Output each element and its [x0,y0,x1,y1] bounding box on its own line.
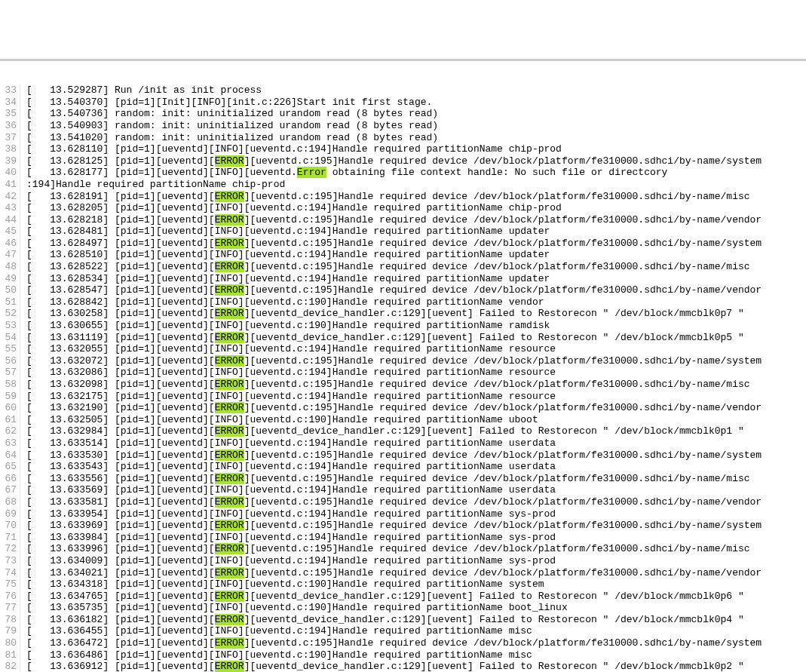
highlight-match: ERROR [215,543,244,554]
code-line[interactable]: [ 13.628842] [pid=1][ueventd][INFO][ueve… [26,296,806,308]
code-line[interactable]: [ 13.634009] [pid=1][ueventd][INFO][ueve… [26,555,806,567]
line-number: 74 [0,567,17,579]
code-line[interactable]: [ 13.635735] [pid=1][ueventd][INFO][ueve… [26,602,806,614]
line-number: 35 [0,108,17,120]
highlight-match: ERROR [215,567,244,578]
line-number: 82 [0,661,17,672]
line-number: 38 [0,143,17,155]
code-line[interactable]: [ 13.633581] [pid=1][ueventd][ERROR][uev… [26,496,806,508]
line-number: 64 [0,450,17,462]
line-number: 61 [0,414,17,426]
line-number: 34 [0,97,17,109]
code-line[interactable]: [ 13.628547] [pid=1][ueventd][ERROR][uev… [26,284,806,296]
line-number: 52 [0,308,17,320]
code-line[interactable]: [ 13.628534] [pid=1][ueventd][INFO][ueve… [26,273,806,285]
highlight-match: ERROR [215,332,244,343]
code-line[interactable]: [ 13.628205] [pid=1][ueventd][INFO][ueve… [26,202,806,214]
code-line[interactable]: [ 13.634765] [pid=1][ueventd][ERROR][uev… [26,591,806,603]
code-line[interactable]: [ 13.632055] [pid=1][ueventd][INFO][ueve… [26,343,806,355]
line-number: 72 [0,543,17,555]
code-line[interactable]: [ 13.631119] [pid=1][ueventd][ERROR][uev… [26,332,806,344]
code-line[interactable]: [ 13.632984] [pid=1][ueventd][ERROR][uev… [26,425,806,437]
line-number: 78 [0,614,17,626]
code-area[interactable]: [ 13.529287] Run /init as init process[ … [20,84,806,672]
line-number: 73 [0,555,17,567]
code-line[interactable]: [ 13.633543] [pid=1][ueventd][INFO][ueve… [26,461,806,473]
line-number: 69 [0,508,17,520]
line-number: 80 [0,637,17,649]
line-number: 66 [0,473,17,485]
code-line[interactable]: [ 13.628191] [pid=1][ueventd][ERROR][uev… [26,191,806,203]
line-number: 67 [0,484,17,496]
highlight-match: ERROR [215,496,244,508]
line-number: 51 [0,296,17,308]
code-line[interactable]: [ 13.628218] [pid=1][ueventd][ERROR][uev… [26,214,806,226]
code-line[interactable]: [ 13.630258] [pid=1][ueventd][ERROR][uev… [26,308,806,320]
code-line[interactable]: [ 13.628110] [pid=1][ueventd][INFO][ueve… [26,143,806,155]
code-line[interactable]: [ 13.633969] [pid=1][ueventd][ERROR][uev… [26,520,806,532]
line-number: 54 [0,332,17,344]
line-number: 59 [0,391,17,403]
code-line[interactable]: [ 13.636912] [pid=1][ueventd][ERROR][uev… [26,661,806,672]
code-line[interactable]: [ 13.632505] [pid=1][ueventd][INFO][ueve… [26,414,806,426]
code-line[interactable]: [ 13.633984] [pid=1][ueventd][INFO][ueve… [26,532,806,544]
code-line[interactable]: [ 13.636182] [pid=1][ueventd][ERROR][uev… [26,614,806,626]
line-number: 63 [0,437,17,450]
code-line[interactable]: [ 13.633514] [pid=1][ueventd][INFO][ueve… [26,437,806,450]
line-number: 71 [0,532,17,544]
line-number: 40 [0,167,17,179]
code-line[interactable]: [ 13.633556] [pid=1][ueventd][ERROR][uev… [26,473,806,485]
code-line[interactable]: [ 13.540370] [pid=1][Init][INFO][init.c:… [26,97,806,109]
code-line[interactable]: [ 13.636486] [pid=1][ueventd][INFO][ueve… [26,649,806,661]
line-number: 65 [0,461,17,473]
line-number: 46 [0,238,17,250]
line-number: 49 [0,273,17,285]
code-line[interactable]: [ 13.633530] [pid=1][ueventd][ERROR][uev… [26,450,806,462]
code-line[interactable]: [ 13.632098] [pid=1][ueventd][ERROR][uev… [26,379,806,391]
code-line[interactable]: [ 13.634021] [pid=1][ueventd][ERROR][uev… [26,567,806,579]
code-line[interactable]: [ 13.632072] [pid=1][ueventd][ERROR][uev… [26,355,806,367]
editor-viewport: 3334353637383940414243444546474849505152… [0,59,806,672]
code-line[interactable]: [ 13.633569] [pid=1][ueventd][INFO][ueve… [26,484,806,496]
line-number: 43 [0,202,17,214]
highlight-match: ERROR [215,520,244,531]
line-number: 58 [0,379,17,391]
line-number: 81 [0,649,17,661]
line-number: 55 [0,343,17,355]
code-line[interactable]: [ 13.628510] [pid=1][ueventd][INFO][ueve… [26,249,806,261]
line-number: 53 [0,320,17,332]
code-line[interactable]: [ 13.632175] [pid=1][ueventd][INFO][ueve… [26,391,806,403]
code-line[interactable]: [ 13.540736] random: init: uninitialized… [26,108,806,120]
code-line[interactable]: [ 13.628497] [pid=1][ueventd][ERROR][uev… [26,238,806,250]
code-line[interactable]: [ 13.632086] [pid=1][ueventd][INFO][ueve… [26,367,806,379]
line-number: 68 [0,496,17,508]
code-line[interactable]: [ 13.628177] [pid=1][ueventd][INFO][ueve… [26,167,806,179]
code-line[interactable]: [ 13.628481] [pid=1][ueventd][INFO][ueve… [26,226,806,238]
highlight-match: ERROR [215,308,244,319]
code-line[interactable]: [ 13.540903] random: init: uninitialized… [26,120,806,132]
line-number: 48 [0,261,17,273]
code-line[interactable]: [ 13.632190] [pid=1][ueventd][ERROR][uev… [26,402,806,414]
code-line[interactable]: [ 13.630655] [pid=1][ueventd][INFO][ueve… [26,320,806,332]
highlight-match: ERROR [215,261,244,272]
code-line[interactable]: [ 13.541020] random: init: uninitialized… [26,132,806,144]
line-number: 76 [0,591,17,603]
line-number: 79 [0,625,17,637]
line-number: 62 [0,425,17,437]
highlight-match: ERROR [215,402,244,413]
code-line[interactable]: [ 13.634318] [pid=1][ueventd][INFO][ueve… [26,578,806,591]
code-line[interactable]: [ 13.636455] [pid=1][ueventd][INFO][ueve… [26,625,806,637]
code-line[interactable]: [ 13.633954] [pid=1][ueventd][INFO][ueve… [26,508,806,520]
code-line[interactable]: [ 13.636472] [pid=1][ueventd][ERROR][uev… [26,637,806,649]
line-number-gutter[interactable]: 3334353637383940414243444546474849505152… [0,84,20,672]
code-line[interactable]: [ 13.628522] [pid=1][ueventd][ERROR][uev… [26,261,806,273]
code-line[interactable]: [ 13.628125] [pid=1][ueventd][ERROR][uev… [26,155,806,167]
highlight-match: ERROR [215,191,244,202]
highlight-match: ERROR [215,284,244,296]
code-line[interactable]: [ 13.633996] [pid=1][ueventd][ERROR][uev… [26,543,806,555]
line-number: 45 [0,226,17,238]
code-line[interactable]: :194]Handle required partitionName chip-… [26,179,806,191]
highlight-match: ERROR [215,637,244,649]
line-number: 44 [0,214,17,226]
code-line[interactable]: [ 13.529287] Run /init as init process [26,84,806,97]
